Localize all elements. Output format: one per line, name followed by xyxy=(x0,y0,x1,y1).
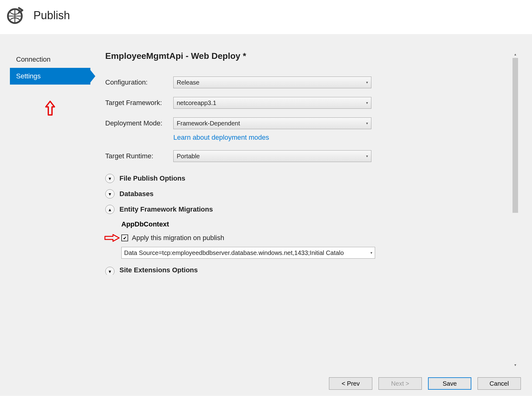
page-title: EmployeeMgmtApi - Web Deploy * xyxy=(105,51,520,61)
select-target-framework-value: netcoreapp3.1 xyxy=(177,99,216,107)
chevron-down-icon: ▾ xyxy=(366,154,368,158)
select-configuration-value: Release xyxy=(177,79,199,86)
sidebar-item-connection[interactable]: Connection xyxy=(10,51,90,68)
row-configuration: Configuration: Release ▾ xyxy=(105,77,520,88)
annotation-arrow-up-icon xyxy=(44,101,56,117)
expander-site-extensions[interactable]: ▾ xyxy=(105,267,115,275)
section-ef-migrations-title: Entity Framework Migrations xyxy=(119,205,213,213)
sidebar-item-settings[interactable]: Settings xyxy=(10,68,90,85)
ef-migrations-content: AppDbContext ✔ Apply this migration on p… xyxy=(121,220,520,259)
row-target-framework: Target Framework: netcoreapp3.1 ▾ xyxy=(105,97,520,109)
main-panel: EmployeeMgmtApi - Web Deploy * Configura… xyxy=(105,51,520,368)
section-file-publish-title: File Publish Options xyxy=(119,174,185,182)
scroll-thumb[interactable] xyxy=(513,58,518,213)
section-site-extensions: ▾ Site Extensions Options xyxy=(105,267,520,275)
expander-file-publish[interactable]: ▾ xyxy=(105,174,115,183)
row-deployment-mode: Deployment Mode: Framework-Dependent ▾ xyxy=(105,117,520,129)
ef-context-heading: AppDbContext xyxy=(121,220,520,228)
section-file-publish: ▾ File Publish Options xyxy=(105,174,520,183)
label-apply-migration: Apply this migration on publish xyxy=(132,234,224,242)
publish-globe-icon xyxy=(6,6,24,25)
link-learn-deployment-modes[interactable]: Learn about deployment modes xyxy=(173,134,269,141)
chevron-down-icon: ▾ xyxy=(109,191,111,197)
row-apply-migration: ✔ Apply this migration on publish xyxy=(121,234,520,242)
row-target-runtime: Target Runtime: Portable ▾ xyxy=(105,150,520,162)
prev-button[interactable]: < Prev xyxy=(329,377,372,390)
select-target-runtime[interactable]: Portable ▾ xyxy=(173,150,371,162)
section-site-extensions-title: Site Extensions Options xyxy=(119,267,198,274)
section-databases-title: Databases xyxy=(119,190,154,198)
expander-ef-migrations[interactable]: ▴ xyxy=(105,205,115,214)
scroll-down-icon[interactable]: ▾ xyxy=(512,362,518,368)
chevron-down-icon: ▾ xyxy=(109,176,111,182)
select-target-framework[interactable]: netcoreapp3.1 ▾ xyxy=(173,97,371,109)
chevron-down-icon: ▾ xyxy=(366,121,368,125)
label-deployment-mode: Deployment Mode: xyxy=(105,119,173,127)
row-deploy-link: Learn about deployment modes xyxy=(173,134,520,142)
header-title: Publish xyxy=(33,9,70,22)
chevron-down-icon: ▾ xyxy=(366,80,368,85)
select-deployment-mode[interactable]: Framework-Dependent ▾ xyxy=(173,117,371,129)
section-databases: ▾ Databases xyxy=(105,189,520,199)
connection-string-value: Data Source=tcp:employeedbdbserver.datab… xyxy=(124,249,344,256)
chevron-down-icon: ▾ xyxy=(366,101,368,105)
label-configuration: Configuration: xyxy=(105,78,173,86)
header: Publish xyxy=(0,0,532,34)
select-connection-string[interactable]: Data Source=tcp:employeedbdbserver.datab… xyxy=(121,247,375,259)
select-target-runtime-value: Portable xyxy=(177,153,200,160)
footer-buttons: < Prev Next > Save Cancel xyxy=(329,377,521,390)
cancel-button[interactable]: Cancel xyxy=(478,377,521,390)
checkbox-apply-migration[interactable]: ✔ xyxy=(121,235,128,241)
annotation-arrow-right-icon xyxy=(104,234,120,243)
scroll-up-icon[interactable]: ▴ xyxy=(512,51,518,57)
body-area: Connection Settings EmployeeMgmtApi - We… xyxy=(0,34,532,396)
chevron-up-icon: ▴ xyxy=(109,207,111,213)
scrollbar[interactable]: ▴ ▾ xyxy=(512,51,518,368)
label-target-runtime: Target Runtime: xyxy=(105,152,173,160)
next-button[interactable]: Next > xyxy=(378,377,422,390)
select-configuration[interactable]: Release ▾ xyxy=(173,77,371,88)
label-target-framework: Target Framework: xyxy=(105,99,173,107)
expander-databases[interactable]: ▾ xyxy=(105,189,115,199)
sidebar: Connection Settings xyxy=(10,51,90,85)
select-deployment-mode-value: Framework-Dependent xyxy=(177,120,240,127)
chevron-down-icon: ▾ xyxy=(370,251,372,255)
section-ef-migrations: ▴ Entity Framework Migrations xyxy=(105,205,520,214)
save-button[interactable]: Save xyxy=(428,377,471,390)
chevron-down-icon: ▾ xyxy=(109,269,111,274)
